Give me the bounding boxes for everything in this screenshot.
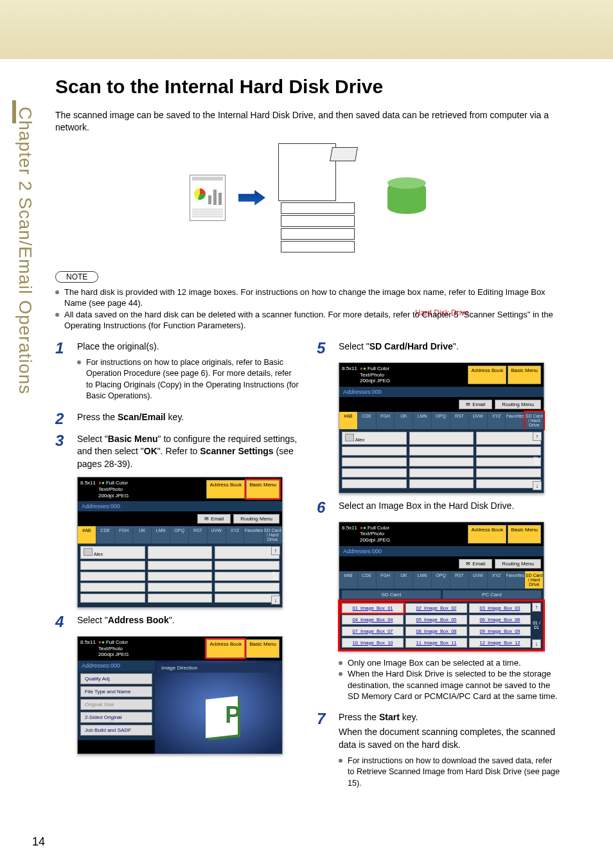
image-box[interactable]: 12_Image_Box_12	[469, 638, 531, 648]
menu-2sided[interactable]: 2-Sided Original	[80, 712, 152, 723]
image-box[interactable]: 05_Image_Box_05	[405, 615, 467, 624]
list-item[interactable]	[148, 546, 213, 559]
basic-menu-button[interactable]: Basic Menu	[246, 639, 280, 658]
tab-cde[interactable]: CDE	[358, 412, 377, 429]
basic-menu-button[interactable]: Basic Menu	[508, 525, 541, 544]
list-item[interactable]: Alex	[342, 432, 407, 445]
list-item[interactable]	[80, 583, 145, 592]
address-book-button[interactable]: Address Book	[206, 480, 245, 499]
address-book-button[interactable]: Address Book	[468, 366, 506, 384]
tab-opq[interactable]: OPQ	[170, 526, 189, 544]
list-item[interactable]	[215, 572, 280, 581]
list-item[interactable]	[409, 479, 474, 488]
list-item[interactable]	[476, 468, 541, 477]
tab-xyz[interactable]: XYZ	[488, 412, 506, 429]
tab-opq[interactable]: OPQ	[432, 412, 450, 429]
scroll-down-button[interactable]: ↓	[533, 481, 542, 490]
scroll-down-button[interactable]: ↓	[532, 639, 541, 648]
tab-ab[interactable]: #AB	[339, 412, 358, 429]
tab-lmn[interactable]: LMN	[413, 412, 432, 429]
email-button[interactable]: ✉Email	[459, 559, 492, 569]
list-item[interactable]	[80, 572, 145, 581]
scroll-down-button[interactable]: ↓	[271, 596, 280, 605]
tab-rst[interactable]: RST	[189, 526, 208, 544]
menu-quality[interactable]: Quality Adj.	[80, 673, 152, 684]
list-item[interactable]	[342, 479, 407, 488]
pc-card-header[interactable]: PC Card	[443, 590, 542, 599]
address-book-button[interactable]: Address Book	[206, 639, 245, 658]
list-item[interactable]	[342, 457, 407, 466]
tab-fgh[interactable]: FGH	[115, 526, 134, 544]
tab-sdcard-hdd[interactable]: SD Card / Hard Drive	[525, 412, 544, 429]
menu-job-build[interactable]: Job Build and SADF	[80, 725, 152, 736]
routing-menu-button[interactable]: Routing Menu	[495, 400, 541, 409]
list-item[interactable]	[409, 447, 474, 456]
tab-ab[interactable]: #AB	[78, 526, 96, 544]
image-box[interactable]: 09_Image_Box_09	[469, 626, 531, 636]
image-box[interactable]: 01_Image_Box_01	[342, 603, 404, 613]
menu-original-size[interactable]: Original Size	[80, 699, 152, 710]
list-item[interactable]	[409, 468, 474, 477]
tab-uvw[interactable]: UVW	[469, 412, 488, 429]
address-book-button[interactable]: Address Book	[468, 525, 506, 544]
routing-menu-button[interactable]: Routing Menu	[233, 514, 280, 524]
sd-card-header[interactable]: SD Card	[342, 590, 441, 599]
basic-menu-button[interactable]: Basic Menu	[246, 480, 280, 499]
tab-lmn[interactable]: LMN	[152, 526, 170, 544]
image-box[interactable]: 11_Image_Box_11	[405, 638, 467, 648]
list-item[interactable]	[148, 572, 213, 581]
list-item[interactable]	[342, 447, 407, 456]
image-box[interactable]: 02_Image_Box_02	[405, 603, 467, 613]
image-box[interactable]: 03_Image_Box_03	[469, 603, 531, 613]
scroll-up-button[interactable]: ↑	[271, 546, 280, 555]
email-button[interactable]: ✉Email	[459, 400, 492, 409]
tab-uvw[interactable]: UVW	[208, 526, 226, 544]
image-box[interactable]: 06_Image_Box_06	[469, 615, 531, 624]
tab-fgh[interactable]: FGH	[377, 412, 395, 429]
email-button[interactable]: ✉Email	[197, 514, 231, 524]
tab-ijk[interactable]: IJK	[133, 526, 152, 544]
menu-file-type[interactable]: File Type and Name	[80, 686, 152, 697]
image-box[interactable]: 10_Image_Box_10	[342, 638, 404, 648]
list-item[interactable]	[148, 583, 213, 592]
tab-uvw[interactable]: UVW	[469, 571, 488, 589]
basic-menu-button[interactable]: Basic Menu	[508, 366, 541, 384]
list-item[interactable]	[80, 561, 145, 570]
list-item[interactable]	[409, 432, 474, 445]
scroll-up-button[interactable]: ↑	[532, 603, 541, 612]
tab-cde[interactable]: CDE	[358, 571, 377, 589]
list-item[interactable]	[148, 594, 213, 603]
list-item[interactable]	[476, 432, 541, 445]
list-item[interactable]	[148, 561, 213, 570]
tab-xyz[interactable]: XYZ	[488, 571, 506, 589]
tab-favorites[interactable]: Favorites	[244, 526, 263, 544]
list-item[interactable]	[476, 457, 541, 466]
list-item[interactable]	[215, 561, 280, 570]
tab-ab[interactable]: #AB	[339, 571, 358, 589]
image-box[interactable]: 07_Image_Box_07	[342, 626, 404, 636]
list-item[interactable]	[215, 546, 280, 559]
tab-opq[interactable]: OPQ	[432, 571, 450, 589]
list-item[interactable]	[476, 447, 541, 456]
list-item[interactable]	[215, 594, 280, 603]
tab-ijk[interactable]: IJK	[395, 571, 413, 589]
routing-menu-button[interactable]: Routing Menu	[495, 559, 541, 569]
tab-lmn[interactable]: LMN	[413, 571, 432, 589]
tab-fgh[interactable]: FGH	[377, 571, 395, 589]
tab-rst[interactable]: RST	[450, 571, 469, 589]
list-item[interactable]	[342, 468, 407, 477]
tab-favorites[interactable]: Favorites	[506, 412, 525, 429]
image-box[interactable]: 04_Image_Box_04	[342, 615, 404, 624]
image-box[interactable]: 08_Image_Box_08	[405, 626, 467, 636]
tab-rst[interactable]: RST	[450, 412, 469, 429]
tab-ijk[interactable]: IJK	[395, 412, 413, 429]
list-item[interactable]	[476, 479, 541, 488]
list-item[interactable]	[80, 594, 145, 603]
list-item[interactable]: Alex	[80, 546, 145, 559]
scroll-up-button[interactable]: ↑	[533, 432, 542, 441]
tab-sdcard-hdd[interactable]: SD Card / Hard Drive	[525, 571, 544, 589]
list-item[interactable]	[409, 457, 474, 466]
tab-sdcard-hdd[interactable]: SD Card / Hard Drive	[263, 526, 282, 544]
tab-favorites[interactable]: Favorites	[506, 571, 525, 589]
tab-cde[interactable]: CDE	[96, 526, 115, 544]
